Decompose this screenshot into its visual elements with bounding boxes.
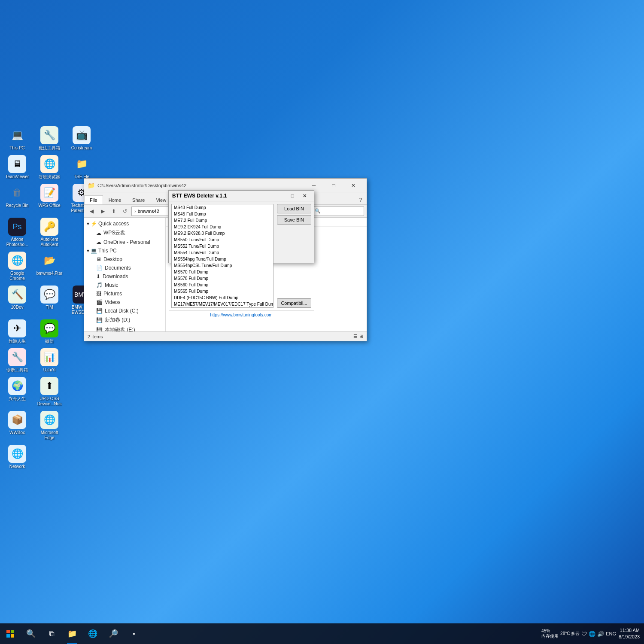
nav-documents[interactable]: 📄 Documents [84,264,165,272]
desktop-icon-uzhiyi[interactable]: 📊 UzhiYi [34,346,64,374]
edge-icon: 🌍 [8,377,26,395]
close-button[interactable]: ✕ [343,179,363,192]
desktop-icon-edge[interactable]: 🌍 兴哥人生 [2,375,32,408]
update-icon: ⬆ [40,377,58,395]
desktop-icon-update[interactable]: ⬆ UPD-OSS Device...Nos [34,375,64,408]
list-item-me72[interactable]: ME7.2 Full Dump [172,217,273,224]
nav-music[interactable]: 🎵 Music [84,281,165,289]
desktop-icon-weixin[interactable]: 💬 微信 [34,318,64,346]
ews-list[interactable]: MS43 Full Dump MS45 Full Dump ME7.2 Full… [171,204,273,308]
list-item-ms565[interactable]: MS565 Full Dump [172,288,273,295]
taskbar-search-button[interactable]: 🔍 [21,623,41,644]
list-item-ms554hpcsl[interactable]: MS554hpCSL Tune/Full Dump [172,262,273,269]
view-grid-icon[interactable]: ⊞ [359,334,363,339]
nav-pictures[interactable]: 🖼 Pictures [84,289,165,298]
desktop-icon-teamviewer[interactable]: 🖥 TeamViewer [2,153,32,181]
this-pc-chevron: ▾ [87,248,89,254]
desktop-icon-tsefile[interactable]: 📁 TSE.Fle [67,153,97,181]
list-item-ms550[interactable]: MS550 Tune/Full Dump [172,237,273,243]
taskbar-taskview-button[interactable]: ⧉ [41,623,62,644]
tray-speaker-icon[interactable]: 🔊 [597,631,604,637]
rensheng-label: 旅游人生 [9,339,26,344]
desktop-icon-mojing[interactable]: 🔧 魔法工具箱 [34,125,64,152]
ews-maximize-button[interactable]: □ [286,191,298,201]
tab-home[interactable]: Home [103,195,127,204]
view-list-icon[interactable]: ☰ [353,334,358,339]
wps-cloud-icon: ☁ [96,230,101,236]
nav-quick-access[interactable]: ▾ ⚡ Quick access [84,219,165,228]
nav-wps-cloud[interactable]: ☁ WPS云盘 [84,228,165,238]
tray-shield-icon[interactable]: 🛡 [581,631,587,637]
list-item-ms45[interactable]: MS45 Full Dump [172,211,273,217]
nav-downloads[interactable]: ⬇ Downloads [84,272,165,281]
nav-disk-d[interactable]: 💾 新加卷 (D:) [84,315,165,325]
nav-this-pc-section[interactable]: ▾ 💻 This PC [84,246,165,255]
tab-file[interactable]: File [84,195,103,204]
start-button[interactable] [0,623,21,644]
maximize-button[interactable]: □ [324,179,343,192]
desktop-icon-ccstream[interactable]: 📺 Ccristream [67,125,97,152]
taskbar-explorer-button[interactable]: 📁 [62,623,82,644]
desktop-icon-row-6: 🔨 10Dev 💬 TIM BMW BMW BTT EWSDet... [2,284,97,317]
list-item-ms552[interactable]: MS552 Tune/Full Dump [172,243,273,249]
load-bin-button[interactable]: Load BIN [277,204,311,213]
compatibil-button[interactable]: Compatibil... [277,298,311,308]
search-box[interactable]: 🔍 [313,207,364,216]
desktop-icon-chrome[interactable]: 🌐 谷歌浏览器 [34,153,64,181]
nav-disk-e[interactable]: 💾 本地磁盘 (E:) [84,325,165,331]
desktop-icon-network[interactable]: 🌐 Network [2,443,32,471]
nav-desktop[interactable]: 🖥 Desktop [84,255,165,264]
desktop-icon-tim[interactable]: 💬 TIM [34,284,64,317]
desktop-icon-google-chrome2[interactable]: 🌐 Google Chrome [2,250,32,283]
network-label: Network [9,464,25,469]
nav-onedrive[interactable]: ☁ OneDrive - Personal [84,238,165,246]
list-item-ms554hpg[interactable]: MS554hpg Tune/Full Dump [172,256,273,262]
save-bin-button[interactable]: Save BIN [277,215,311,225]
taskbar-search2-button[interactable]: 🔎 [103,623,124,644]
desktop-icon-tools2[interactable]: 🔧 诊断工具箱 [2,346,32,374]
desktop-icon-wps[interactable]: 📝 WPS Office [34,182,64,215]
list-item-me92-928[interactable]: ME9.2 EK928.0 Full Dump [172,230,273,237]
taskbar-terminal-button[interactable]: ▪ [124,623,144,644]
list-item-ms560[interactable]: MS560 Full Dump [172,282,273,288]
tray-network-icon[interactable]: 🌐 [589,631,595,637]
rensheng-icon: ✈ [8,319,26,337]
desktop-icon-row-9: 🌍 兴哥人生 ⬆ UPD-OSS Device...Nos [2,375,97,408]
taskbar-chrome-button[interactable]: 🌐 [82,623,103,644]
list-item-me17[interactable]: ME17/ME57/MEV17/MEV017/EDC17 Type Full D… [172,301,273,307]
desktop-icon-autokent[interactable]: 🔑 AutoKent AutoKent [34,216,64,249]
ews-link[interactable]: https://www.bmwtuningtools.com [169,310,314,319]
list-item-ms578[interactable]: MS578 Full Dump [172,275,273,282]
nav-videos[interactable]: 🎬 Videos [84,298,165,307]
teamviewer-label: TeamViewer [6,174,29,179]
list-item-me92-924[interactable]: ME9.2 EK924 Full Dump [172,224,273,230]
tab-share[interactable]: Share [127,195,150,204]
nav-local-disk-c[interactable]: 💾 Local Disk (C:) [84,307,165,315]
desktop-icon-wwbox[interactable]: 📦 WWBox [2,409,32,442]
desktop-icon-msedge2[interactable]: 🌐 Microsoft Edge [34,409,64,442]
taskbar-clock[interactable]: 11:38 AM 8/19/2023 [619,627,640,641]
list-item-dde4[interactable]: DDE4 (EDC15C BNW) Full Dump [172,295,273,301]
desktop-icon-this-pc[interactable]: 💻 This PC [2,125,32,152]
desktop-icon-rensheng[interactable]: ✈ 旅游人生 [2,318,32,346]
desktop-icon-bmwms4[interactable]: 📂 bmwms4.Ftar [34,250,64,283]
list-item-ms554[interactable]: MS554 Tune/Full Dump [172,249,273,256]
list-item-ms43[interactable]: MS43 Full Dump [172,204,273,211]
back-button[interactable]: ◀ [87,207,96,216]
tooldev-label: 10Dev [11,305,24,310]
desktop-icon-row-10: 📦 WWBox 🌐 Microsoft Edge [2,409,97,442]
desktop-icon-adobe[interactable]: Ps Adobe Photosho... [2,216,32,249]
desktop-icon-tooldev[interactable]: 🔨 10Dev [2,284,32,317]
up-button[interactable]: ⬆ [109,207,118,216]
help-button[interactable]: ? [355,195,367,204]
refresh-button[interactable]: ↺ [120,207,130,216]
buttons-spacer [277,226,311,297]
list-item-ms570[interactable]: MS570 Full Dump [172,269,273,275]
ews-close-button[interactable]: ✕ [298,191,310,201]
ews-minimize-button[interactable]: ─ [274,191,286,201]
forward-button[interactable]: ▶ [98,207,107,216]
tsefile-icon: 📁 [73,155,91,173]
desktop-icon-recycle[interactable]: 🗑 Recycle Bin [2,182,32,215]
pictures-label: Pictures [103,291,122,297]
language-indicator[interactable]: ENG [606,631,616,636]
